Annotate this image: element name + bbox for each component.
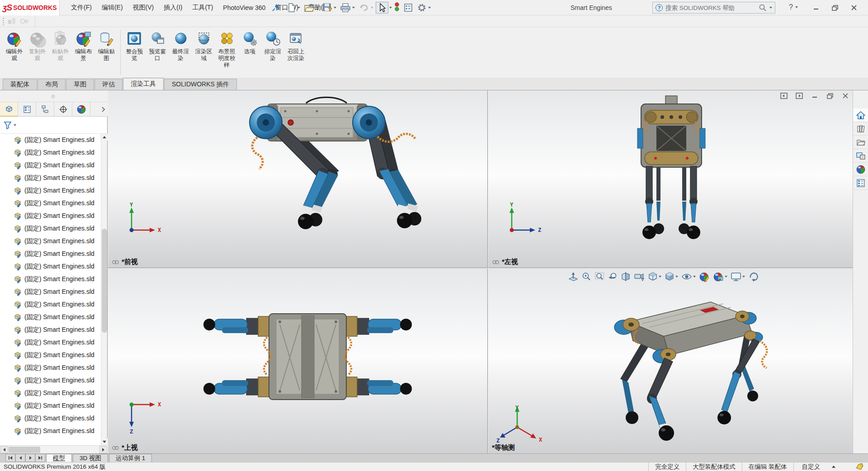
next-tab-button[interactable]	[25, 454, 35, 462]
tree-item[interactable]: (固定) Smart Engines.sld	[0, 362, 108, 374]
save-button[interactable]	[321, 2, 338, 14]
copy-appearance-button[interactable]: 复制外观	[26, 29, 49, 62]
previous-view-button[interactable]	[608, 272, 618, 282]
search-scope-caret[interactable]	[769, 7, 772, 9]
tree-horizontal-scrollbar[interactable]	[0, 445, 108, 453]
rotate-view-button[interactable]	[748, 271, 759, 282]
model-tab[interactable]: 模型	[46, 454, 72, 462]
preview-window-button[interactable]: 预览窗口	[146, 29, 169, 62]
undo-button[interactable]	[357, 2, 375, 14]
tab-featuremanager-tree[interactable]	[0, 102, 18, 117]
view-orientation-button[interactable]	[648, 272, 661, 282]
viewport-isometric[interactable]: Y X Z *等轴测	[488, 268, 853, 453]
previous-tab-button[interactable]	[15, 454, 25, 462]
tree-item[interactable]: (固定) Smart Engines.sld	[0, 273, 108, 286]
open-document-button[interactable]	[302, 2, 320, 14]
command-tab[interactable]: 渲染工具	[123, 78, 164, 90]
tree-item[interactable]: (固定) Smart Engines.sld	[0, 387, 108, 400]
tree-item[interactable]: (固定) Smart Engines.sld	[0, 298, 108, 311]
open-document-caret[interactable]	[316, 7, 319, 9]
command-tab[interactable]: 装配体	[3, 79, 37, 90]
edit-appearance-hud-button[interactable]	[699, 271, 710, 282]
settings-gear-caret[interactable]	[428, 7, 431, 9]
apply-scene-caret[interactable]	[725, 276, 727, 278]
panel-tabs-expand-button[interactable]	[90, 102, 108, 116]
hide-show-items-caret[interactable]	[693, 276, 696, 278]
tree-item[interactable]: (固定) Smart Engines.sld	[0, 210, 108, 222]
view-palette-button[interactable]	[853, 149, 868, 163]
tree-vertical-scrollbar[interactable]	[101, 134, 107, 445]
tree-item[interactable]: (固定) Smart Engines.sld	[0, 159, 108, 172]
command-tab[interactable]: SOLIDWORKS 插件	[164, 79, 237, 90]
appearances-scenes-button[interactable]	[853, 163, 868, 176]
design-library-button[interactable]	[853, 122, 868, 136]
tile-right-button[interactable]	[795, 92, 804, 100]
tab-dimxpertmanager[interactable]	[54, 102, 72, 117]
tree-item[interactable]: (固定) Smart Engines.sld	[0, 374, 108, 387]
command-tab[interactable]: 布局	[38, 79, 66, 90]
rebuild-button[interactable]	[393, 2, 401, 14]
doc-minimize-button[interactable]	[810, 92, 819, 100]
robot-model-left-view[interactable]	[488, 90, 853, 268]
help-search-box[interactable]: ?	[652, 2, 775, 14]
file-explorer-button[interactable]	[853, 136, 868, 149]
view-settings-button[interactable]	[731, 272, 745, 282]
custom-properties-button[interactable]	[853, 176, 868, 190]
tree-item[interactable]: (固定) Smart Engines.sld	[0, 172, 108, 184]
normal-to-button[interactable]	[568, 272, 578, 282]
paste-appearance-button[interactable]: 粘贴外观	[49, 29, 72, 62]
zoom-area-button[interactable]	[594, 272, 604, 282]
tree-item[interactable]: (固定) Smart Engines.sld	[0, 349, 108, 362]
tree-item[interactable]: (固定) Smart Engines.sld	[0, 260, 108, 273]
new-document-caret[interactable]	[297, 7, 300, 9]
menu-item[interactable]: PhotoView 360	[218, 0, 270, 15]
tab-propertymanager[interactable]	[18, 102, 36, 117]
undo-caret[interactable]	[371, 7, 373, 9]
tile-left-button[interactable]	[779, 92, 788, 100]
options-list-button[interactable]	[402, 2, 415, 14]
scroll-down-button[interactable]	[101, 438, 108, 445]
tree-item[interactable]: (固定) Smart Engines.sld	[0, 222, 108, 235]
viewport-left[interactable]: Y Z *左视	[488, 90, 853, 268]
window-close-button[interactable]	[847, 3, 861, 13]
filter-caret[interactable]	[14, 124, 16, 126]
section-view-button[interactable]	[621, 272, 631, 282]
menu-item[interactable]: 文件(F)	[66, 0, 97, 15]
print-caret[interactable]	[352, 7, 355, 9]
display-style-button[interactable]	[665, 272, 678, 282]
render-region-button[interactable]: 渲染区域	[192, 29, 215, 62]
status-custom-caret[interactable]	[832, 466, 835, 468]
tree-item[interactable]: (固定) Smart Engines.sld	[0, 286, 108, 298]
help-button[interactable]: ?	[789, 3, 798, 11]
display-style-caret[interactable]	[675, 276, 678, 278]
command-tab[interactable]: 草图	[66, 79, 94, 90]
last-tab-button[interactable]	[35, 454, 45, 462]
tag-icon[interactable]	[855, 463, 864, 471]
print-button[interactable]	[339, 2, 356, 14]
save-caret[interactable]	[334, 7, 336, 9]
filter-funnel-icon[interactable]	[4, 121, 12, 130]
edit-scene-button[interactable]: 编辑布景	[72, 29, 95, 62]
search-input[interactable]	[665, 5, 756, 11]
tree-scrollbar-thumb[interactable]	[102, 229, 107, 333]
tree-item[interactable]: (固定) Smart Engines.sld	[0, 400, 108, 412]
window-restore-button[interactable]	[828, 3, 842, 13]
tree-item[interactable]: (固定) Smart Engines.sld	[0, 311, 108, 324]
final-render-button[interactable]: 最终渲染	[169, 29, 192, 62]
tree-item[interactable]: (固定) Smart Engines.sld	[0, 425, 108, 438]
view-settings-caret[interactable]	[742, 276, 745, 278]
camera-annotation-button[interactable]	[634, 272, 645, 282]
select-tool-button[interactable]	[376, 2, 388, 14]
tab-configurationmanager[interactable]	[36, 102, 54, 117]
viewport-front[interactable]: Y X *前视	[108, 90, 488, 268]
scroll-left-button[interactable]	[0, 446, 8, 453]
tree-item[interactable]: (固定) Smart Engines.sld	[0, 184, 108, 197]
robot-model-front-view[interactable]	[108, 90, 488, 268]
hide-show-items-button[interactable]	[681, 272, 696, 282]
new-document-button[interactable]	[286, 2, 302, 14]
toolbar-grip[interactable]	[2, 17, 5, 25]
settings-gear-button[interactable]	[415, 2, 432, 14]
tree-item[interactable]: (固定) Smart Engines.sld	[0, 235, 108, 248]
tree-item[interactable]: (固定) Smart Engines.sld	[0, 146, 108, 159]
integrated-preview-button[interactable]: 整合预览	[123, 29, 146, 62]
